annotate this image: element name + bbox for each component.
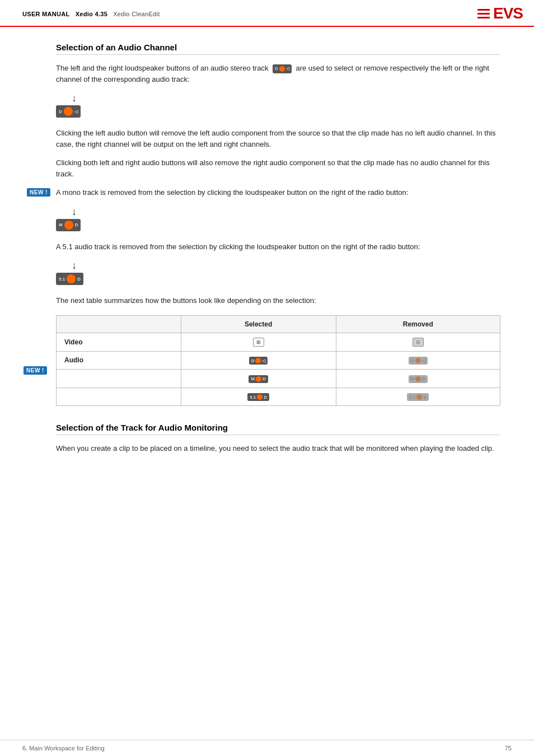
inline-d-label: D xyxy=(275,66,278,72)
51-d-label: D xyxy=(77,277,81,282)
new-badge-section1: NEW ! A mono track is removed from the s… xyxy=(56,187,500,198)
new-badge-2-container: NEW ! xyxy=(24,366,50,375)
table-row-video: Video ⊞ ⊞ xyxy=(57,333,500,351)
51-removed-icon: 5.1 D xyxy=(407,393,429,401)
table-row-audio: Audio D ◁ D xyxy=(57,351,500,370)
summary-table: Selected Removed Video ⊞ xyxy=(56,315,500,407)
inline-d2-label: ◁ xyxy=(286,66,289,72)
audio-btn-group-1: D ◁ xyxy=(56,105,81,118)
audio-removed-grp: D ◁ xyxy=(409,357,428,365)
video-removed-btn: ⊞ xyxy=(413,338,424,347)
section2-para: When you create a clip to be placed on a… xyxy=(56,443,500,454)
audio-selected-grp: D ◁ xyxy=(249,357,268,365)
mono-dot xyxy=(64,221,73,230)
table-label-mono xyxy=(57,370,181,388)
diagram3: ↓ 5.1 D xyxy=(56,260,500,285)
section1-heading: Selection of an Audio Channel xyxy=(56,43,500,55)
table-mono-removed: M D xyxy=(336,370,500,388)
product-name: Xedio 4.35 xyxy=(76,11,107,17)
arrow-down-1: ↓ xyxy=(72,92,77,104)
table-label-audio: Audio xyxy=(57,351,181,370)
new-badge-1: NEW ! xyxy=(27,188,50,197)
subtitle: Xedio CleanEdit xyxy=(113,11,160,17)
51-dot xyxy=(67,274,76,283)
table-mono-selected: M D xyxy=(181,370,336,388)
page-header: USER MANUAL Xedio 4.35 Xedio CleanEdit E… xyxy=(0,0,534,27)
mono-removed-icon: M D xyxy=(409,375,428,383)
d-right-label: ◁ xyxy=(74,109,78,114)
diagram2: ↓ M D xyxy=(56,206,500,231)
new-badge-2: NEW ! xyxy=(24,366,47,375)
arrow-down-2: ↓ xyxy=(72,206,77,218)
header-title: USER MANUAL Xedio 4.35 Xedio CleanEdit xyxy=(22,10,160,18)
table-col-removed: Removed xyxy=(336,315,500,333)
para5: A 5.1 audio track is removed from the se… xyxy=(56,241,500,253)
footer-right: 75 xyxy=(505,745,512,752)
51-selected-icon: 5.1 D xyxy=(247,393,269,401)
para1: The left and the right loudspeaker butto… xyxy=(56,63,500,85)
page-footer: 6. Main Workspace for Editing 75 xyxy=(0,740,534,756)
audio-btn-group-3: 5.1 D xyxy=(56,273,83,285)
table-container: NEW ! Selected Removed Video ⊞ xyxy=(56,315,500,407)
main-content: Selection of an Audio Channel The left a… xyxy=(0,27,534,484)
logo-line-1 xyxy=(477,9,490,11)
footer-left: 6. Main Workspace for Editing xyxy=(22,745,105,752)
video-removed-icon: ⊞ xyxy=(413,338,424,347)
inline-dot xyxy=(279,66,285,72)
table-51-removed: 5.1 D xyxy=(336,388,500,406)
mono-removed-grp: M D xyxy=(409,375,428,383)
table-label-video: Video xyxy=(57,333,181,351)
table-audio-removed: D ◁ xyxy=(336,351,500,370)
logo-line-3 xyxy=(477,17,490,18)
section2-heading: Selection of the Track for Audio Monitor… xyxy=(56,423,500,435)
video-selected-btn: ⊞ xyxy=(253,338,264,347)
diagram1: ↓ D ◁ xyxy=(56,92,500,118)
51-selected-grp: 5.1 D xyxy=(247,393,269,401)
logo-lines-icon xyxy=(477,9,490,18)
para3: Clicking both left and right audio butto… xyxy=(56,157,500,179)
audio-selected-icon: D ◁ xyxy=(249,357,268,365)
mono-selected-icon: M D xyxy=(249,375,268,383)
para6: The next table summarizes how the button… xyxy=(56,295,500,306)
arrow-down-3: ↓ xyxy=(72,260,77,272)
d-left-label: D xyxy=(59,109,62,114)
table-video-removed: ⊞ xyxy=(336,333,500,351)
table-51-selected: 5.1 D xyxy=(181,388,336,406)
section2: Selection of the Track for Audio Monitor… xyxy=(56,423,500,454)
51-label: 5.1 xyxy=(59,277,65,282)
table-label-51 xyxy=(57,388,181,406)
mono-d-label: D xyxy=(75,222,78,227)
center-orange-dot xyxy=(64,107,73,116)
video-selected-icon: ⊞ xyxy=(253,338,264,347)
table-col-selected: Selected xyxy=(181,315,336,333)
para1-text: The left and the right loudspeaker butto… xyxy=(56,64,268,72)
para2: Clicking the left audio button will remo… xyxy=(56,128,500,150)
logo-text: EVS xyxy=(493,6,523,21)
logo-line-2 xyxy=(477,13,490,15)
manual-label: USER MANUAL xyxy=(22,11,70,17)
table-row-mono: M D M D xyxy=(57,370,500,388)
evs-logo: EVS xyxy=(477,6,523,21)
para4: A mono track is removed from the selecti… xyxy=(56,187,408,198)
51-removed-grp: 5.1 D xyxy=(407,393,429,401)
table-audio-selected: D ◁ xyxy=(181,351,336,370)
table-col-empty xyxy=(57,315,181,333)
mono-selected-grp: M D xyxy=(249,375,268,383)
m-label: M xyxy=(59,222,63,227)
audio-btn-group-2: M D xyxy=(56,219,81,231)
table-row-51: 5.1 D 5.1 D xyxy=(57,388,500,406)
table-video-selected: ⊞ xyxy=(181,333,336,351)
audio-removed-icon: D ◁ xyxy=(409,357,428,365)
